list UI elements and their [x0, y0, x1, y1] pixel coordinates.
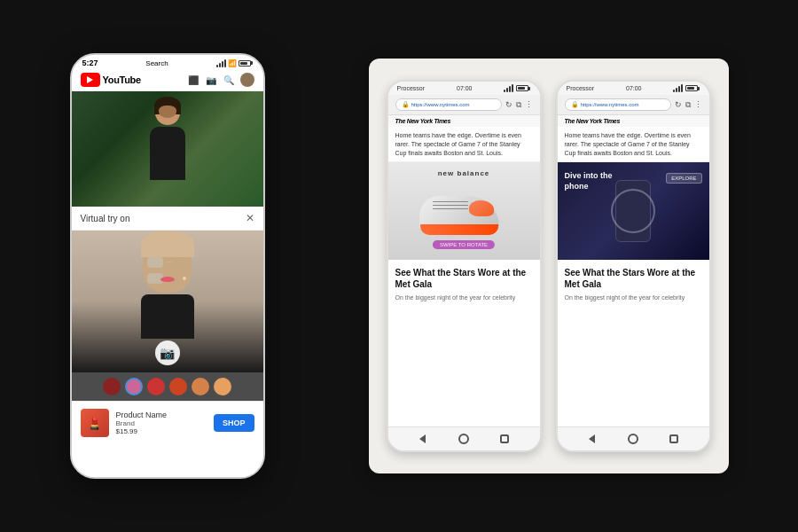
- person-body: [150, 127, 185, 180]
- bp2-lock-icon: 🔒: [571, 101, 579, 108]
- person-head: [155, 100, 180, 125]
- bp1-refresh-icon[interactable]: ↻: [505, 100, 512, 110]
- bp2-dive-text: Dive into the phone: [565, 171, 618, 192]
- bp2-main-byline: On the biggest night of the year for cel…: [565, 293, 702, 301]
- product-name: Product Name: [116, 411, 214, 419]
- left-phone: 5:27 Search 📶 YouTube: [70, 53, 265, 479]
- bp1-signal: [504, 84, 513, 92]
- status-time: 5:27: [82, 59, 98, 67]
- cast-icon[interactable]: ⬛: [187, 74, 200, 86]
- bp2-main-article: See What the Stars Wore at the Met Gala …: [558, 260, 709, 426]
- yt-logo: YouTube: [81, 73, 141, 87]
- bp1-menu-icon[interactable]: ⋮: [525, 100, 533, 110]
- bp1-browser-bar: 🔒 https://www.nytimes.com ↻ ⧉ ⋮: [388, 95, 540, 115]
- ar-face-head: [143, 239, 192, 293]
- browser-phone-2: Processor 07:00: [556, 80, 711, 452]
- signal-bars: [216, 59, 226, 67]
- shop-button[interactable]: SHOP: [214, 414, 254, 432]
- bp2-home-button[interactable]: [626, 432, 640, 446]
- bp2-status-icons: [673, 84, 700, 92]
- bp1-time: 07:00: [457, 85, 473, 91]
- bp2-main-headline: See What the Stars Wore at the Met Gala: [565, 267, 702, 290]
- bp2-news-logo: The New York Times: [565, 118, 621, 124]
- person-hair: [154, 97, 181, 114]
- bp2-tech-circle: [611, 189, 655, 233]
- camera-icon[interactable]: 📷: [205, 74, 217, 86]
- vto-close-button[interactable]: ✕: [246, 212, 254, 224]
- bp1-lock-icon: 🔒: [402, 101, 410, 108]
- right-section: Processor 07:00: [369, 59, 729, 473]
- bp2-nav-bar: [558, 426, 709, 450]
- shoe-laces: [433, 201, 468, 215]
- glasses-bridge: [167, 262, 172, 262]
- main-container: 5:27 Search 📶 YouTube: [0, 0, 798, 532]
- bar4: [224, 59, 226, 67]
- vto-header: Virtual try on ✕: [72, 207, 263, 231]
- bp1-back-button[interactable]: [416, 432, 430, 446]
- bp1-browser-icons: ↻ ⧉ ⋮: [505, 100, 533, 110]
- bp1-ad-area: new balance SWIPE TO ROTATE: [388, 162, 540, 260]
- bp2-back-button[interactable]: [585, 432, 599, 446]
- bp2-recents-button[interactable]: [667, 432, 681, 446]
- bp1-status-icons: [504, 84, 530, 92]
- shoe-body: [419, 196, 499, 231]
- bp2-tab-icon[interactable]: ⧉: [685, 100, 691, 110]
- swatch-pink[interactable]: [125, 378, 143, 395]
- bar3: [222, 61, 223, 67]
- bp2-article-text: Home teams have the edge. Overtime is ev…: [558, 127, 709, 162]
- bp2-url-text: https://www.nytimes.com: [581, 102, 639, 107]
- shoe-sole: [420, 224, 498, 235]
- product-price: $15.99: [116, 427, 214, 435]
- bp2-browser-icons: ↻ ⧉ ⋮: [675, 100, 702, 110]
- product-info: Product Name Brand $15.99: [116, 411, 214, 435]
- bp2-explore-button[interactable]: EXPLORE: [666, 173, 701, 184]
- ar-face-body: [141, 294, 194, 339]
- bp2-menu-icon[interactable]: ⋮: [694, 100, 702, 110]
- bp1-carrier: Processor: [397, 85, 426, 91]
- bp2-signal: [673, 84, 683, 92]
- browser-phone-1: Processor 07:00: [387, 80, 542, 452]
- color-swatches: [72, 372, 263, 401]
- bp2-news-header: The New York Times: [558, 115, 709, 127]
- user-avatar[interactable]: [240, 73, 254, 87]
- bp1-main-byline: On the biggest night of the year for cel…: [395, 293, 533, 301]
- bp2-ad-area: Dive into the phone EXPLORE: [558, 162, 709, 260]
- video-person: [132, 100, 203, 207]
- bp2-tech-phone: [615, 180, 651, 242]
- ar-face-hair: [141, 231, 194, 257]
- bp1-main-article: See What the Stars Wore at the Met Gala …: [388, 260, 540, 426]
- swatch-red[interactable]: [147, 378, 165, 395]
- bp2-url-bar[interactable]: 🔒 https://www.nytimes.com: [565, 98, 671, 111]
- bp1-url-bar[interactable]: 🔒 https://www.nytimes.com: [395, 98, 502, 111]
- phone-status-bar: 5:27 Search 📶: [72, 55, 263, 69]
- swatch-orange[interactable]: [192, 378, 209, 395]
- bp2-browser-bar: 🔒 https://www.nytimes.com ↻ ⧉ ⋮: [558, 95, 709, 115]
- swatch-dark-red[interactable]: [103, 378, 121, 395]
- bp2-carrier: Processor: [567, 85, 595, 91]
- bp1-shoe-image: [419, 187, 508, 236]
- bar1: [216, 65, 218, 67]
- camera-capture-button[interactable]: 📷: [155, 340, 180, 365]
- youtube-title: YouTube: [103, 74, 141, 85]
- bp1-home-button[interactable]: [457, 432, 471, 446]
- swatch-orange-red[interactable]: [169, 378, 187, 395]
- bp2-refresh-icon[interactable]: ↻: [675, 100, 682, 110]
- bp1-battery: [516, 85, 530, 91]
- vto-title: Virtual try on: [81, 214, 130, 223]
- bp1-recents-button[interactable]: [497, 432, 512, 446]
- battery-icon: [239, 60, 253, 66]
- bar2: [219, 63, 221, 67]
- product-brand: Brand: [116, 419, 214, 427]
- swatch-peach[interactable]: [214, 378, 231, 395]
- camera-button-area: 📷: [155, 340, 180, 365]
- yt-header-icons: ⬛ 📷 🔍: [187, 73, 254, 87]
- bp1-tab-icon[interactable]: ⧉: [516, 100, 521, 110]
- youtube-icon: [81, 73, 100, 87]
- bp1-url-text: https://www.nytimes.com: [411, 102, 470, 107]
- ar-lips: [160, 277, 175, 282]
- ar-view: 📷: [72, 231, 263, 372]
- vto-modal: Virtual try on ✕: [72, 207, 263, 477]
- search-icon[interactable]: 🔍: [223, 74, 235, 86]
- status-search: Search: [145, 59, 168, 67]
- bp1-main-headline: See What the Stars Wore at the Met Gala: [395, 267, 533, 290]
